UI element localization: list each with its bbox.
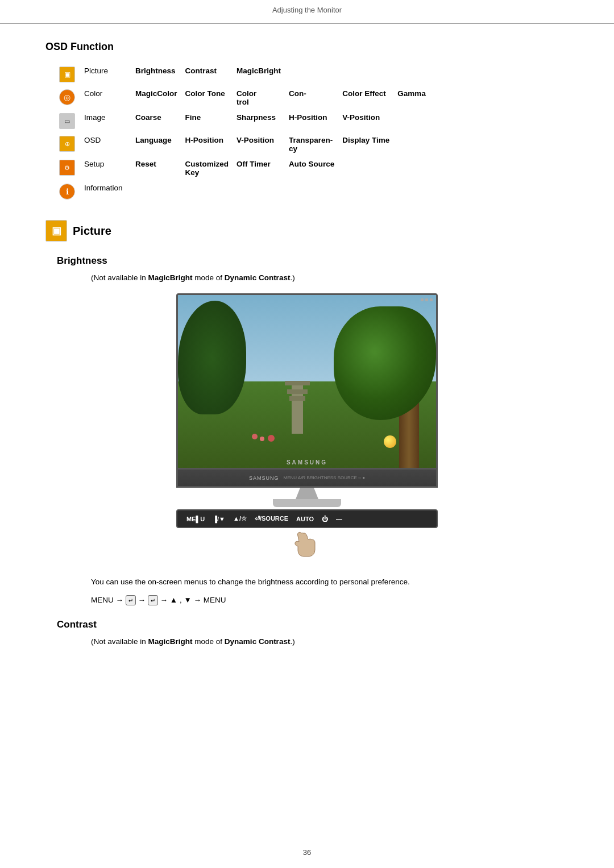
pagoda-roof2: [287, 389, 308, 394]
sub-items-picture-2: Contrast: [183, 63, 235, 86]
contrast-note-dynamic: Dynamic Contrast: [225, 637, 291, 646]
indicator2: [425, 298, 428, 301]
sub-items-image-2: Fine: [183, 110, 235, 132]
monitor-bottom-bezel: SAMSUNG MENU A/R BRIGHTNESS SOURCE ○ ●: [176, 470, 438, 488]
ctrl-power: ⏻: [322, 516, 328, 522]
note-end: .): [290, 273, 294, 282]
table-row: ▭ Image Coarse Fine Sharpness H-Position…: [57, 110, 432, 132]
pagoda-roof3: [289, 396, 305, 401]
picture-icon: ▣: [59, 67, 75, 82]
indicator1: [421, 298, 424, 301]
monitor-stand-neck: [296, 488, 318, 499]
sub-items-picture-3: MagicBright: [234, 63, 287, 86]
osd-table: ▣ Picture Brightness Contrast MagicBrigh…: [57, 63, 432, 203]
menu-name-osd: OSD: [82, 132, 133, 156]
sub-items-setup-3: Off Timer: [234, 156, 287, 180]
icon-cell: ◎: [57, 86, 82, 110]
screen-indicators: [421, 298, 433, 301]
icon-cell: ℹ: [57, 180, 82, 203]
sub-items-osd-4: Transparen-cy: [287, 132, 340, 156]
sub-items-image-1: Coarse: [133, 110, 183, 132]
menu-name-picture: Picture: [82, 63, 133, 86]
icon-cell: ▣: [57, 63, 82, 86]
monitor-stand-base: [273, 499, 341, 507]
contrast-note-magicbright: MagicBright: [148, 637, 193, 646]
enter-icon-2: ↵: [148, 595, 158, 605]
monitor-inner: SAMSUNG SAMSUNG MENU A/R BRIGHTNE: [176, 293, 438, 560]
ctrl-auto: AUTO: [296, 516, 314, 522]
bezel-brand: SAMSUNG: [249, 475, 279, 481]
sub-items-image-3: Sharpness: [234, 110, 287, 132]
brightness-note: (Not available in MagicBright mode of Dy…: [91, 273, 569, 282]
table-row: ⊕ OSD Language H-Position V-Position Tra…: [57, 132, 432, 156]
sub-items-osd-2: H-Position: [183, 132, 235, 156]
bezel-controls-text: MENU A/R BRIGHTNESS SOURCE ○ ●: [284, 475, 365, 480]
monitor-container: SAMSUNG SAMSUNG MENU A/R BRIGHTNE: [45, 293, 569, 560]
note-prefix: (Not available in: [91, 273, 148, 282]
ctrl-brightness: ▐/▼: [213, 516, 225, 522]
osd-icon: ⊕: [59, 136, 75, 152]
monitor-controls-row: ME▌U ▐/▼ ▲/☆ ⏎/SOURCE AUTO ⏻ —: [176, 509, 438, 528]
flowers-area: [252, 434, 286, 456]
sub-items-image-5: V-Position: [340, 110, 395, 132]
sub-items-color-5: Color Effect: [340, 86, 395, 110]
table-row: ⚙ Setup Reset CustomizedKey Off Timer Au…: [57, 156, 432, 180]
brightness-desc: You can use the on-screen menus to chang…: [91, 578, 523, 586]
ctrl-menu: ME▌U: [186, 516, 205, 522]
indicator3: [430, 298, 433, 301]
note-mid: mode of: [193, 273, 225, 282]
header-text: Adjusting the Monitor: [272, 6, 342, 14]
enter-icon-1: ↵: [126, 595, 136, 605]
contrast-note-end: .): [290, 637, 294, 646]
contrast-title: Contrast: [45, 619, 569, 630]
information-icon: ℹ: [59, 184, 75, 200]
content-area: OSD Function ▣ Picture Brightness Contra…: [0, 24, 614, 689]
monitor-brand-text: SAMSUNG: [287, 459, 327, 466]
note-magicbright: MagicBright: [148, 273, 193, 282]
contrast-note-mid: mode of: [193, 637, 225, 646]
image-icon: ▭: [59, 113, 75, 129]
note-dynamic-contrast: Dynamic Contrast: [225, 273, 291, 282]
sub-items-color-1: MagicColor: [133, 86, 183, 110]
flower3: [268, 435, 275, 442]
yellow-ball: [384, 435, 396, 448]
osd-function-title: OSD Function: [45, 41, 569, 53]
monitor-screen: SAMSUNG: [176, 293, 438, 470]
contrast-note: (Not available in MagicBright mode of Dy…: [91, 637, 569, 646]
hand-pointer-svg: [290, 530, 324, 559]
sub-items-osd-3: V-Position: [234, 132, 287, 156]
sub-items-color-2: Color Tone: [183, 86, 235, 110]
menu-name-setup: Setup: [82, 156, 133, 180]
table-row: ▣ Picture Brightness Contrast MagicBrigh…: [57, 63, 432, 86]
pagoda-roof1: [285, 381, 310, 385]
sub-items-picture: Brightness: [133, 63, 183, 86]
menu-name-color: Color: [82, 86, 133, 110]
monitor-wrapper: SAMSUNG SAMSUNG MENU A/R BRIGHTNE: [176, 293, 438, 560]
icon-cell: ⚙: [57, 156, 82, 180]
ctrl-brightness2: ▲/☆: [233, 515, 247, 522]
sub-items-color-3: Colortrol: [234, 86, 287, 110]
sub-items-setup-1: Reset: [133, 156, 183, 180]
flower1: [252, 434, 258, 439]
page-header: Adjusting the Monitor: [0, 0, 614, 24]
page-footer: 36: [0, 848, 614, 857]
table-row: ◎ Color MagicColor Color Tone Colortrol …: [57, 86, 432, 110]
sub-items-osd-1: Language: [133, 132, 183, 156]
contrast-note-prefix: (Not available in: [91, 637, 148, 646]
hand-pointer: [176, 530, 438, 560]
picture-heading-text: Picture: [73, 225, 111, 238]
page-container: Adjusting the Monitor OSD Function ▣ Pic…: [0, 0, 614, 868]
page-number: 36: [303, 848, 311, 857]
table-row: ℹ Information: [57, 180, 432, 203]
sub-items-osd-5: Display Time: [340, 132, 395, 156]
sub-items-setup-4: Auto Source: [287, 156, 340, 180]
picture-section-icon: ▣: [45, 220, 67, 242]
color-icon: ◎: [59, 89, 75, 105]
garden-background: SAMSUNG: [178, 295, 436, 468]
icon-cell: ▭: [57, 110, 82, 132]
setup-icon: ⚙: [59, 160, 75, 176]
sub-items-image-4: H-Position: [287, 110, 340, 132]
ctrl-source: ⏎/SOURCE: [255, 515, 288, 522]
menu-name-information: Information: [82, 180, 133, 203]
sub-items-color-4: Con-: [287, 86, 340, 110]
